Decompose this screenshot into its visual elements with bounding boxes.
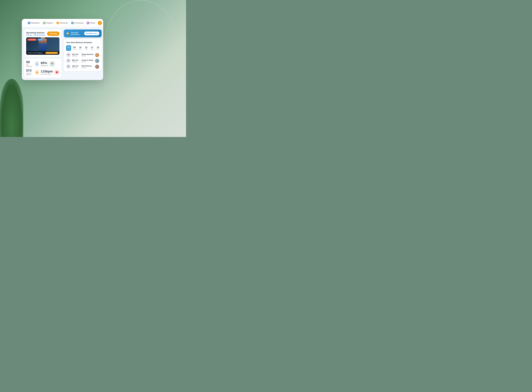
workout-name-2: TBC Workout xyxy=(81,65,94,67)
nav-item-community[interactable]: 💬 Community xyxy=(70,21,85,25)
calories-icon: 🔥 xyxy=(35,70,39,75)
workout-name-0: Tabata Workout xyxy=(81,53,94,55)
workout-item-1: 📅 05th Oct 9:45 am Cardio & Shape 45 min… xyxy=(66,59,99,63)
schedule-title: Your Next Workout Schedule xyxy=(66,41,99,44)
right-panel: 🔔 Your Next Assesment Schedule Here Your… xyxy=(64,29,102,78)
nav-item-dashboard[interactable]: 🏠 Dashboard xyxy=(26,21,41,25)
workout-name-1: Cardio & Shape xyxy=(81,59,94,61)
date-day-3: Thu xyxy=(85,48,88,50)
stat-attendance-text: 85% Attendance xyxy=(41,61,48,66)
workout-time-2: 9:45 am xyxy=(72,67,80,68)
details-badge[interactable]: Details xyxy=(38,38,44,41)
workout-trainer-avatar-2: KS xyxy=(95,65,99,69)
stat-heart-rate: 115bpm Avg. Heart Rate ❤️ xyxy=(41,69,59,76)
nav-label-history: History xyxy=(90,22,95,24)
workout-date-2: 10th Oct xyxy=(72,65,80,67)
trainer-face-0: KS xyxy=(95,53,99,57)
stat-calories: 573 Calories Burned 🔥 xyxy=(26,69,39,76)
workout-time-1: 9:45 am xyxy=(72,61,80,63)
nav-item-progress[interactable]: 📊 Progress xyxy=(42,21,55,25)
level-badge: Level: Vivo Plus + xyxy=(45,52,58,54)
workout-list: 📅 03rd Oct 9:45 am Tabata Workout 45 min… xyxy=(66,53,99,69)
stat-heart-rate-value: 115bpm xyxy=(41,70,53,73)
workout-date-time-0: 03rd Oct 9:45 am xyxy=(72,53,80,57)
navbar: 🏠 Dashboard 📊 Progress 📋 Resources 💬 Com… xyxy=(22,19,103,27)
assessment-left: 🔔 Your Next Assesment xyxy=(66,32,84,35)
workout-info-0: Tabata Workout 45 min xyxy=(81,53,94,57)
workout-date-0: 03rd Oct xyxy=(72,53,80,55)
nav-item-resources[interactable]: 📋 Resources xyxy=(55,21,69,25)
video-footer: Trainer: Kevin Snodgrass Level: Vivo Plu… xyxy=(26,51,59,55)
trainer-label: Trainer: Kevin Snodgrass xyxy=(28,52,42,54)
nav-label-community: Community xyxy=(74,22,83,24)
workout-cal-icon-0: 📅 xyxy=(66,53,71,57)
date-num-3: 12 xyxy=(85,46,87,48)
session-time: 9:45 am xyxy=(26,34,32,36)
stat-heart-rate-text: 115bpm Avg. Heart Rate xyxy=(41,70,53,75)
workout-duration-0: 45 min xyxy=(81,55,94,57)
left-panel: Upcoming Session 9:45 am Tabata Workout … xyxy=(24,29,62,78)
video-thumbnail: ● Live Now Details Trainer: Kevin Snodgr… xyxy=(26,37,59,55)
notification-bell-button[interactable]: 🔔 xyxy=(103,21,103,25)
workout-info-2: TBC Workout 45 min xyxy=(81,65,94,68)
assessment-banner: 🔔 Your Next Assesment Schedule Here xyxy=(64,29,102,37)
main-content: Upcoming Session 9:45 am Tabata Workout … xyxy=(22,27,103,80)
workouts-icon: 🏃 xyxy=(35,61,39,66)
video-badge-area: ● Live Now Details xyxy=(27,38,44,41)
schedule-here-button[interactable]: Schedule Here xyxy=(84,32,99,35)
resources-icon: 📋 xyxy=(57,22,59,24)
dashboard-icon: 🏠 xyxy=(28,22,30,24)
join-now-button[interactable]: Join Now xyxy=(47,32,59,36)
workout-cal-icon-2: 📅 xyxy=(66,65,71,69)
workout-date-time-1: 05th Oct 9:45 am xyxy=(72,59,80,63)
trainer-face-1: KS xyxy=(95,59,99,63)
workout-info-1: Cardio & Shape 45 min xyxy=(81,59,94,63)
trainer-face-2: KS xyxy=(95,65,99,69)
trainer-initials-2: KS xyxy=(95,65,99,69)
badge-count-button[interactable]: 6 xyxy=(98,21,102,25)
session-subtitle: 9:45 am Tabata Workout xyxy=(26,34,45,36)
nav-badges: 6 🔔 👤 xyxy=(98,21,103,25)
stat-workouts: 59 Vivo Workouts 🏃 xyxy=(26,61,39,67)
trainer-initials-0: KS xyxy=(95,53,99,57)
workout-cal-icon-1: 📅 xyxy=(66,59,71,63)
date-item-4[interactable]: 17 Tue xyxy=(90,45,95,51)
assessment-bell-icon: 🔔 xyxy=(66,32,69,35)
stat-attendance: 85% Attendance 📅 xyxy=(41,61,59,67)
date-num-1: 05 xyxy=(73,46,76,48)
progress-icon: 📊 xyxy=(43,22,45,24)
date-item-2[interactable]: 10 Tue xyxy=(78,45,83,51)
date-num-4: 17 xyxy=(91,46,93,48)
stat-workouts-text: 59 Vivo Workouts xyxy=(26,61,33,67)
nav-label-dashboard: Dashboard xyxy=(31,22,39,24)
date-day-0: Tue xyxy=(67,48,70,50)
schedule-card: Your Next Workout Schedule 03 Tue 05 Thu… xyxy=(64,39,102,71)
workout-date-time-2: 10th Oct 9:45 am xyxy=(72,65,80,68)
main-ui-panel: 🏠 Dashboard 📊 Progress 📋 Resources 💬 Com… xyxy=(22,19,103,80)
nav-item-history[interactable]: 🕐 History xyxy=(85,21,97,25)
stat-calories-value: 573 xyxy=(26,69,34,72)
date-item-5[interactable]: 19 Thu xyxy=(95,45,100,51)
community-icon: 💬 xyxy=(71,22,74,24)
workout-item-2: 📅 10th Oct 9:45 am TBC Workout 45 min KS xyxy=(66,65,99,69)
stats-card: 59 Vivo Workouts 🏃 85% Attendance 📅 573 xyxy=(24,59,62,78)
stat-workouts-value: 59 xyxy=(26,61,33,64)
workout-trainer-avatar-0: KS xyxy=(95,53,99,57)
stat-calories-label: Calories Burned xyxy=(26,72,34,76)
nav-label-progress: Progress xyxy=(46,22,53,24)
workout-item-0: 📅 03rd Oct 9:45 am Tabata Workout 45 min… xyxy=(66,53,99,57)
workout-duration-1: 45 min xyxy=(81,61,94,63)
date-num-5: 19 xyxy=(97,46,99,48)
stat-attendance-value: 85% xyxy=(41,61,48,65)
history-icon: 🕐 xyxy=(87,22,89,24)
live-badge: ● Live Now xyxy=(27,38,37,41)
stat-heart-rate-label: Avg. Heart Rate xyxy=(41,73,53,75)
date-num-0: 03 xyxy=(67,46,70,48)
assessment-text: Your Next Assesment xyxy=(71,32,84,35)
date-item-0[interactable]: 03 Tue xyxy=(66,45,71,51)
live-dot: ● xyxy=(28,39,29,40)
date-item-1[interactable]: 05 Thu xyxy=(72,45,77,51)
date-item-3[interactable]: 12 Thu xyxy=(84,45,89,51)
upcoming-session-card: Upcoming Session 9:45 am Tabata Workout … xyxy=(24,29,62,57)
date-day-2: Tue xyxy=(79,48,82,50)
